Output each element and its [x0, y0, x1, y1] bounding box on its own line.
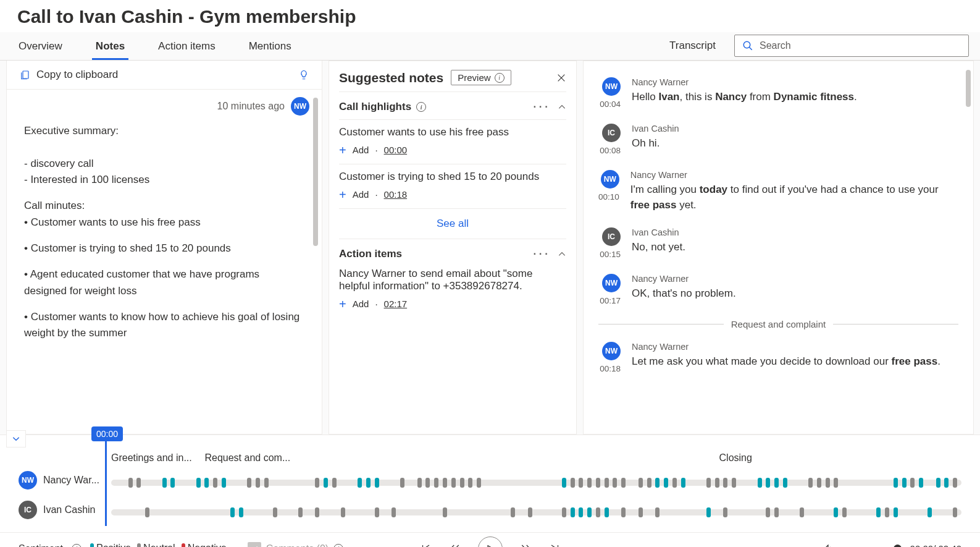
- tab-mentions[interactable]: Mentions: [248, 36, 293, 60]
- transcript-time: 00:17: [600, 296, 621, 305]
- timeline[interactable]: 00:00 Greetings and in...Request and com…: [0, 435, 980, 532]
- sentiment-tick: [273, 507, 277, 517]
- more-icon[interactable]: · · ·: [533, 248, 548, 260]
- skip-end-button[interactable]: [550, 543, 561, 548]
- note-body: Executive summary: - discovery call - In…: [7, 119, 322, 358]
- playhead-time[interactable]: 00:00: [91, 426, 123, 441]
- sentiment-legend: Positive Neutral Negative: [90, 543, 227, 547]
- transcript-text: Hello Ivan, this is Nancy from Dynamic f…: [632, 90, 857, 105]
- skip-start-button[interactable]: [420, 543, 431, 548]
- transcript-row[interactable]: IC00:15Ivan CashinNo, not yet.: [598, 224, 958, 270]
- more-icon[interactable]: · · ·: [533, 101, 548, 113]
- sentiment-tick: [587, 507, 592, 517]
- transcript-row[interactable]: NW00:10Nancy WarnerI'm calling you today…: [598, 166, 958, 224]
- plus-icon: +: [339, 300, 346, 308]
- sentiment-tick: [758, 478, 762, 488]
- suggested-title: Suggested notes: [339, 70, 443, 85]
- transcript-row[interactable]: IC00:08Ivan CashinOh hi.: [598, 120, 958, 166]
- call-highlights-header[interactable]: Call highlights i · · ·: [339, 91, 566, 119]
- highlight-time[interactable]: 00:18: [384, 189, 408, 200]
- sentiment-tick: [774, 478, 779, 488]
- collapse-toggle[interactable]: [6, 430, 26, 447]
- sentiment-tick: [511, 507, 515, 517]
- chevron-up-icon[interactable]: [558, 103, 566, 111]
- transcript-text: OK, that's no problem.: [632, 286, 736, 302]
- transcript-row[interactable]: NW00:04Nancy WarnerHello Ivan, this is N…: [598, 74, 958, 120]
- time-ago: 10 minutes ago: [217, 101, 285, 112]
- sentiment-tick: [332, 478, 337, 488]
- add-button[interactable]: Add: [353, 145, 369, 155]
- action-time[interactable]: 02:17: [384, 299, 408, 309]
- close-icon[interactable]: [556, 73, 566, 83]
- chevron-up-icon[interactable]: [558, 250, 566, 258]
- sentiment-tick: [928, 507, 932, 517]
- lightbulb-icon[interactable]: [298, 68, 309, 82]
- sentiment-tick: [562, 507, 566, 517]
- avatar: NW: [602, 274, 621, 292]
- transcript-time: 00:15: [600, 250, 621, 259]
- minutes-bullet: • Agent educated customer that we have p…: [24, 266, 304, 299]
- sentiment-tick: [579, 478, 583, 488]
- sentiment-tick: [425, 478, 430, 488]
- transcript-panel: NW00:04Nancy WarnerHello Ivan, this is N…: [583, 61, 974, 435]
- sentiment-tick: [800, 507, 804, 517]
- sentiment-tick: [876, 507, 881, 517]
- sentiment-tick: [621, 507, 626, 517]
- transcript-row[interactable]: NW00:17Nancy WarnerOK, that's no problem…: [598, 270, 958, 316]
- minutes-heading: Call minutes:: [24, 198, 304, 214]
- add-button[interactable]: Add: [353, 299, 369, 309]
- svg-line-1: [749, 47, 752, 50]
- comments-toggle[interactable]: Comments (0) i: [248, 542, 343, 548]
- sentiment-tick: [621, 478, 626, 488]
- search-icon: [742, 40, 753, 51]
- sentiment-tick: [256, 478, 260, 488]
- sentiment-tick: [571, 478, 575, 488]
- action-items-header[interactable]: Action items · · ·: [339, 239, 566, 266]
- volume-icon[interactable]: [823, 543, 834, 548]
- speaker-track[interactable]: [111, 509, 961, 515]
- preview-badge[interactable]: Preview i: [451, 70, 511, 85]
- copy-label: Copy to clipboard: [36, 69, 118, 81]
- sentiment-tick: [910, 478, 915, 488]
- tab-action-items[interactable]: Action items: [157, 36, 217, 60]
- action-item: Nancy Warner to send email about "some h…: [339, 266, 566, 318]
- tab-overview[interactable]: Overview: [17, 36, 64, 60]
- plus-icon: +: [339, 190, 346, 199]
- transcript-time: 00:08: [600, 146, 621, 155]
- page-title: Call to Ivan Cashin - Gym membership: [0, 0, 980, 32]
- sentiment-tick: [783, 478, 787, 488]
- forward-button[interactable]: [520, 543, 532, 548]
- sentiment-tick: [672, 478, 677, 488]
- transcript-text: Oh hi.: [632, 136, 679, 151]
- sentiment-tick: [443, 478, 447, 488]
- sentiment-tick: [315, 478, 319, 488]
- sentiment-tick: [639, 507, 643, 517]
- transcript-row[interactable]: NW00:18Nancy WarnerLet me ask you what m…: [598, 338, 958, 384]
- toolbar: Overview Notes Action items Mentions Tra…: [0, 32, 980, 61]
- play-button[interactable]: [478, 536, 503, 548]
- add-button[interactable]: Add: [353, 189, 369, 200]
- sentiment-tick: [341, 507, 345, 517]
- sentiment-tick: [706, 478, 711, 488]
- sentiment-tick: [477, 478, 481, 488]
- sentiment-tick: [239, 507, 243, 517]
- svg-marker-8: [824, 545, 828, 548]
- sentiment-tick: [732, 478, 736, 488]
- speaker-track[interactable]: [111, 480, 961, 486]
- copy-to-clipboard[interactable]: Copy to clipboard: [7, 61, 322, 90]
- sentiment-tick: [817, 478, 821, 488]
- highlight-time[interactable]: 00:00: [384, 145, 408, 155]
- search-input[interactable]: Search: [734, 35, 969, 57]
- tab-notes[interactable]: Notes: [94, 36, 126, 60]
- rewind-button[interactable]: [448, 543, 461, 548]
- highlight-item: Customer wants to use his free pass + Ad…: [339, 119, 566, 164]
- playhead-marker[interactable]: [105, 435, 107, 526]
- minutes-bullet: • Customer wants to know how to achieve …: [24, 309, 304, 342]
- info-icon[interactable]: i: [72, 544, 82, 548]
- segment-label: Request and com...: [204, 452, 290, 464]
- sentiment-tick: [358, 478, 362, 488]
- sentiment-tick: [706, 507, 711, 517]
- sentiment-tick: [596, 478, 600, 488]
- see-all-link[interactable]: See all: [339, 208, 566, 239]
- scrollbar[interactable]: [966, 70, 971, 107]
